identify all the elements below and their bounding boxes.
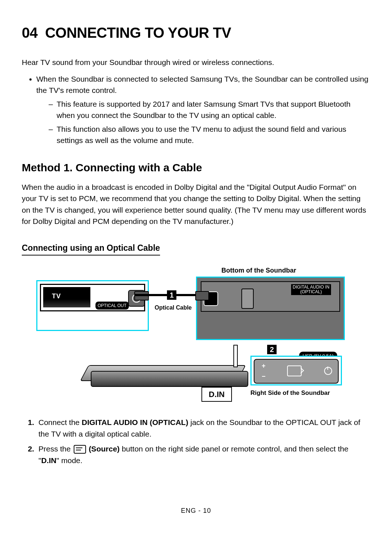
chapter-heading: 04 CONNECTING TO YOUR TV <box>22 22 370 44</box>
note-sub-item: This feature is supported by 2017 and la… <box>49 98 370 121</box>
tv-optical-out-label: OPTICAL OUT <box>95 302 129 310</box>
step-2: Press the (Source) button on the right s… <box>36 443 370 466</box>
volume-plus-icon: + <box>262 361 266 371</box>
soundbar-unit <box>91 371 248 387</box>
notes-list: When the Soundbar is connected to select… <box>22 73 370 146</box>
method-heading: Method 1. Connecting with a Cable <box>22 159 370 176</box>
panel-slot <box>241 289 254 309</box>
optical-cable-label: Optical Cable <box>155 303 192 312</box>
chapter-number: 04 <box>22 25 38 41</box>
source-button-icon <box>287 365 302 376</box>
soundbar-right-panel: + − <box>250 356 342 385</box>
caption-bottom-soundbar: Bottom of the Soundbar <box>221 266 296 275</box>
note-sub-item: This function also allows you to use the… <box>49 123 370 146</box>
tv-screen <box>43 287 90 307</box>
panel-inner: DIGITAL AUDIO IN(OPTICAL) <box>201 281 340 312</box>
soundbar-bottom-panel: DIGITAL AUDIO IN(OPTICAL) USB (5V 0.5A) <box>196 277 345 340</box>
step-1: Connect the DIGITAL AUDIO IN (OPTICAL) j… <box>36 417 370 440</box>
right-panel-inner: + − <box>254 359 339 384</box>
method-body: When the audio in a broadcast is encoded… <box>22 181 370 227</box>
source-icon <box>74 445 86 454</box>
connection-diagram: Bottom of the Soundbar DIGITAL AUDIO IN(… <box>25 266 367 407</box>
caption-right-side: Right Side of the Soundbar <box>250 388 330 398</box>
note-sublist: This feature is supported by 2017 and la… <box>36 98 370 146</box>
digital-audio-in-label: DIGITAL AUDIO IN(OPTICAL) <box>286 284 336 296</box>
bold-jack-name: DIGITAL AUDIO IN (OPTICAL) <box>82 418 188 426</box>
cable-plug-right <box>195 291 209 301</box>
bold-din: D.IN <box>41 456 56 465</box>
note-item: When the Soundbar is connected to select… <box>36 73 370 146</box>
tv-block: TV OPTICAL OUT <box>36 280 149 331</box>
chapter-title: CONNECTING TO YOUR TV <box>45 25 231 41</box>
panel-slot-usb <box>233 345 238 367</box>
diagram-step-2: 2 <box>267 345 277 354</box>
subheading-optical: Connecting using an Optical Cable <box>22 242 160 256</box>
tv-body: TV OPTICAL OUT <box>40 284 145 311</box>
page-footer: ENG - 10 <box>22 506 370 516</box>
bold-source: (Source) <box>87 445 120 453</box>
tv-label: TV <box>52 291 61 301</box>
power-icon <box>324 367 332 375</box>
volume-minus-icon: − <box>262 372 266 381</box>
diagram-step-1: 1 <box>167 290 176 300</box>
din-display: D.IN <box>201 387 232 402</box>
instruction-steps: Connect the DIGITAL AUDIO IN (OPTICAL) j… <box>22 417 370 466</box>
intro-paragraph: Hear TV sound from your Soundbar through… <box>22 57 370 68</box>
note-text: When the Soundbar is connected to select… <box>36 75 368 95</box>
